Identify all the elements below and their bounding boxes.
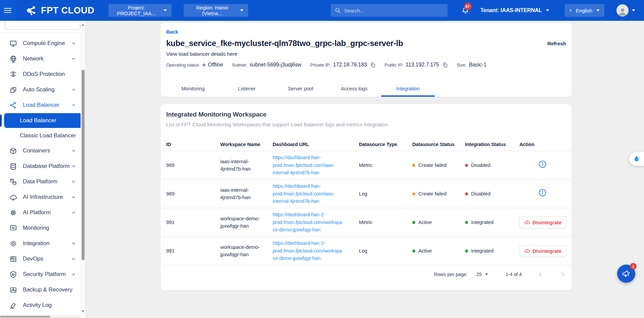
language-selector[interactable]: English xyxy=(565,4,604,17)
scroll-up-arrow-icon[interactable] xyxy=(82,24,84,26)
cell-integration-status: Integrated xyxy=(465,219,519,226)
status-dot-offline xyxy=(202,63,205,66)
cell-datasource-type: Log xyxy=(359,247,412,255)
column-header-id: ID xyxy=(166,142,220,147)
status-dot-active xyxy=(412,221,415,224)
status-dot-error xyxy=(465,164,468,167)
disintegrate-button[interactable]: Disintegrate xyxy=(519,217,566,228)
project-selector[interactable]: Project: PROJECT_IAA... xyxy=(108,4,172,17)
hamburger-menu-icon[interactable] xyxy=(0,0,15,21)
sidebar-item-label: Monitoring xyxy=(23,225,76,231)
sidebar-item-label: Database Platform xyxy=(23,163,71,170)
search-input[interactable] xyxy=(344,8,444,13)
dashboard-url-link[interactable]: https://dashboard-han-prod.fmon.fptcloud… xyxy=(273,182,352,205)
status-dot-error xyxy=(465,192,468,195)
sidebar-item-label: DDoS Protection xyxy=(23,71,76,78)
status-dot-active xyxy=(465,249,468,253)
chevron-down-icon xyxy=(71,41,76,46)
table-row: 989 iaas-internal-4jntmd7b-han https://d… xyxy=(160,180,572,208)
chip-icon xyxy=(9,209,17,217)
sidebar-item-ddos-protection[interactable]: DDoS Protection xyxy=(0,66,85,82)
sidebar-scrollbar[interactable] xyxy=(81,21,85,315)
cell-integration-status: Disabled xyxy=(465,162,519,169)
global-search[interactable] xyxy=(331,4,448,17)
sidebar-item-activity-log[interactable]: Activity Log xyxy=(0,298,85,313)
announcements-fab[interactable]: 1 xyxy=(617,265,635,283)
sidebar-item-ai-infrastructure[interactable]: AI Infrastructure xyxy=(0,189,85,205)
sidebar-subitem-classic-load-balancer[interactable]: Classic Load Balancer xyxy=(0,128,85,143)
tab-integration[interactable]: Integration xyxy=(381,81,435,97)
sidebar-item-integration[interactable]: Integration xyxy=(0,236,85,251)
status-text: Create failed xyxy=(418,190,447,198)
rows-per-page-label: Rows per page: xyxy=(434,272,468,277)
scroll-down-arrow-icon[interactable] xyxy=(82,310,84,313)
disintegrate-button[interactable]: Disintegrate xyxy=(519,245,566,257)
tab-server-pool[interactable]: Server pool xyxy=(274,81,327,97)
subnet-field: Subnet: subnet-5699-j3udj6sw xyxy=(232,62,301,68)
fpt-cloud-logo[interactable]: FPT CLOUD xyxy=(25,4,94,17)
sidebar-item-backup-recovery[interactable]: Backup & Recovery xyxy=(0,282,85,298)
status-dot-active xyxy=(465,221,468,224)
previous-page-button[interactable] xyxy=(537,271,544,278)
layers-icon xyxy=(9,86,17,94)
sidebar-item-monitoring[interactable]: Monitoring xyxy=(0,220,85,236)
sidebar-item-database-platform[interactable]: Database Platform xyxy=(0,158,85,174)
field-value: Basic-1 xyxy=(469,62,487,68)
dashboard-url-link[interactable]: https://dashboard-han-prod.fmon.fptcloud… xyxy=(273,154,352,176)
sidebar-subitem-load-balancer[interactable]: Load Balancer xyxy=(4,113,82,128)
sidebar-item-security-platform[interactable]: Security Platform xyxy=(0,267,85,282)
table-row: 991 workspace-demo-jpxwfqgr-han https://… xyxy=(160,237,572,265)
assistant-pill-button[interactable] xyxy=(629,152,644,166)
sidebar-item-label: AI Platform xyxy=(23,209,71,216)
rows-per-page-select[interactable]: 25 xyxy=(476,272,488,277)
dashboard-url-link[interactable]: https://dashboard-han-2-prod.fmon.fptclo… xyxy=(273,239,352,262)
sidebar-item-auto-scaling[interactable]: Auto Scaling xyxy=(0,82,85,97)
user-menu[interactable] xyxy=(616,4,635,16)
sidebar-item-label: Integration xyxy=(23,240,71,247)
back-link[interactable]: Back xyxy=(166,29,178,35)
sidebar-item-network[interactable]: Network xyxy=(0,51,85,66)
sidebar-item-containers[interactable]: Containers xyxy=(0,143,85,158)
chevron-down-icon xyxy=(632,9,635,11)
sidebar-item-compute-engine[interactable]: Compute Engine xyxy=(0,36,85,51)
disintegrate-label: Disintegrate xyxy=(533,220,562,225)
tenant-selector-label: Tenant: IAAS-INTERNAL xyxy=(480,7,542,13)
copy-icon[interactable] xyxy=(370,62,376,68)
database-icon xyxy=(9,163,17,170)
sidebar-item-load-balancer[interactable]: Load Balancer xyxy=(0,97,85,113)
dashboard-url-link[interactable]: https://dashboard-han-2-prod.fmon.fptclo… xyxy=(273,211,352,233)
cell-id: 989 xyxy=(166,162,220,169)
sidebar-item-ai-platform[interactable]: AI Platform xyxy=(0,205,85,220)
next-page-button[interactable] xyxy=(559,271,566,278)
sidebar-search-input[interactable] xyxy=(5,21,80,30)
column-header-action: Action xyxy=(519,142,566,147)
tab-monitoring[interactable]: Monitoring xyxy=(166,81,220,97)
box-icon xyxy=(9,147,17,155)
tab-access-logs[interactable]: Access logs xyxy=(327,81,381,97)
sidebar-item-data-platform[interactable]: Data Platform xyxy=(0,174,85,189)
scrollbar-thumb[interactable] xyxy=(82,70,85,260)
detail-tabs: Monitoring Listener Server pool Access l… xyxy=(166,81,566,97)
sidebar-item-label: Load Balancer xyxy=(23,102,71,108)
info-icon[interactable] xyxy=(538,188,547,197)
workspace-table: ID Workspace Name Dashboard URL Datasour… xyxy=(160,138,572,265)
sidebar-horizontal-scrollbar[interactable] xyxy=(0,315,81,318)
status-text: Create failed xyxy=(418,162,447,169)
pen-icon xyxy=(9,302,17,309)
data-stacks-icon xyxy=(9,178,17,186)
cell-id: 991 xyxy=(166,219,220,226)
info-icon[interactable] xyxy=(538,160,547,169)
chevron-down-icon xyxy=(71,164,76,169)
sidebar-item-devops[interactable]: DevOps xyxy=(0,251,85,267)
chevron-down-icon xyxy=(240,9,243,11)
cell-datasource-status: Create failed xyxy=(412,190,465,198)
copy-icon[interactable] xyxy=(442,62,448,68)
horizontal-scrollbar-thumb[interactable] xyxy=(0,316,50,318)
refresh-button[interactable]: Refresh xyxy=(547,41,566,46)
tab-listener[interactable]: Listener xyxy=(220,81,274,97)
globe-icon xyxy=(569,7,572,14)
notifications-button[interactable]: 67 xyxy=(461,6,470,15)
region-selector[interactable]: Region: Hanoi (Vietna... xyxy=(184,4,248,17)
load-balancer-detail-card: Back kube_service_fke-mycluster-qlm78two… xyxy=(160,23,572,97)
tenant-selector[interactable]: Tenant: IAAS-INTERNAL xyxy=(480,7,549,13)
